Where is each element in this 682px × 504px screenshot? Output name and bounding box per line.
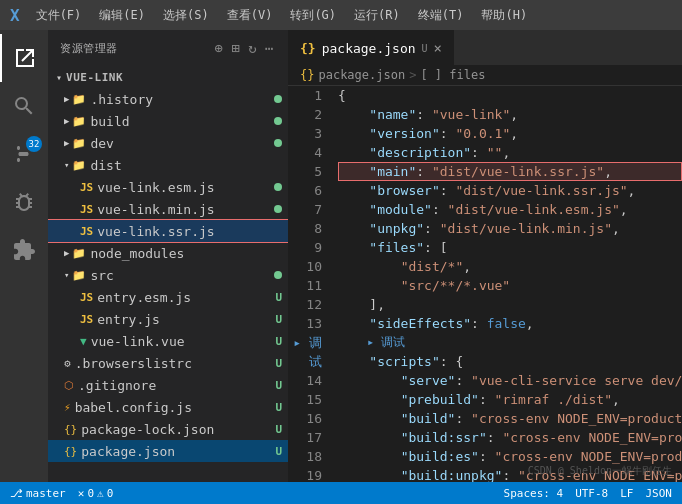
tree-item-vue-link-ssr[interactable]: JS vue-link.ssr.js xyxy=(48,220,288,242)
tree-item-label: build xyxy=(90,114,129,129)
code-line-12: ], xyxy=(338,295,682,314)
new-folder-icon[interactable]: ⊞ xyxy=(229,38,242,58)
line-ending-indicator[interactable]: LF xyxy=(620,487,633,500)
tree-item-package-lock[interactable]: {} package-lock.json U xyxy=(48,418,288,440)
json-icon: {} xyxy=(64,423,77,436)
file-icon: ⚙ xyxy=(64,357,71,370)
breadcrumb: {} package.json > [ ] files xyxy=(288,65,682,86)
folder-arrow: ▶ xyxy=(64,138,69,148)
code-line-1: { xyxy=(338,86,682,105)
tree-item-label: vue-link.min.js xyxy=(97,202,214,217)
tree-item-label: dev xyxy=(90,136,113,151)
status-bar: ⎇ master ✕ 0 ⚠ 0 Spaces: 4 UTF-8 LF JSON xyxy=(0,482,682,504)
untracked-badge: U xyxy=(275,401,282,414)
encoding-indicator[interactable]: UTF-8 xyxy=(575,487,608,500)
git-branch[interactable]: ⎇ master xyxy=(10,487,66,500)
tree-item-package-json[interactable]: {} package.json U xyxy=(48,440,288,462)
folder-icon: 📁 xyxy=(72,269,86,282)
tree-item-label: entry.js xyxy=(97,312,160,327)
modified-dot xyxy=(274,271,282,279)
encoding-label: UTF-8 xyxy=(575,487,608,500)
tree-item-dev[interactable]: ▶ 📁 dev xyxy=(48,132,288,154)
language-label: JSON xyxy=(646,487,673,500)
modified-dot xyxy=(274,139,282,147)
menu-goto[interactable]: 转到(G) xyxy=(282,5,344,26)
vue-icon: ▼ xyxy=(80,335,87,348)
folder-arrow: ▾ xyxy=(64,160,69,170)
activity-explorer[interactable] xyxy=(0,34,48,82)
collapse-icon[interactable]: ⋯ xyxy=(263,38,276,58)
code-line-6: "browser": "dist/vue-link.ssr.js", xyxy=(338,181,682,200)
code-line-3: "version": "0.0.1", xyxy=(338,124,682,143)
folder-icon: 📁 xyxy=(72,159,86,172)
git-icon: ⬡ xyxy=(64,379,74,392)
menu-terminal[interactable]: 终端(T) xyxy=(410,5,472,26)
tree-item-dist[interactable]: ▾ 📁 dist xyxy=(48,154,288,176)
errors-indicator[interactable]: ✕ 0 ⚠ 0 xyxy=(78,487,114,500)
tree-item-vue-link-min[interactable]: JS vue-link.min.js xyxy=(48,198,288,220)
title-bar: X 文件(F) 编辑(E) 选择(S) 查看(V) 转到(G) 运行(R) 终端… xyxy=(0,0,682,30)
root-label: VUE-LINK xyxy=(66,71,123,84)
untracked-badge: U xyxy=(275,423,282,436)
code-line-17: "build": "cross-env NODE_ENV=production … xyxy=(338,409,682,428)
breadcrumb-icon: {} xyxy=(300,68,314,82)
code-editor[interactable]: { "name": "vue-link", "version": "0.0.1"… xyxy=(330,86,682,482)
line-numbers: 1 2 3 4 5 6 7 8 9 10 11 12 13 ▸ 调试 14 15… xyxy=(288,86,330,482)
tree-item-build[interactable]: ▶ 📁 build xyxy=(48,110,288,132)
menu-view[interactable]: 查看(V) xyxy=(219,5,281,26)
tree-item-vue-link-vue[interactable]: ▼ vue-link.vue U xyxy=(48,330,288,352)
modified-dot xyxy=(274,205,282,213)
tree-item-label: vue-link.ssr.js xyxy=(97,224,214,239)
folder-arrow: ▶ xyxy=(64,248,69,258)
tree-item-node-modules[interactable]: ▶ 📁 node_modules xyxy=(48,242,288,264)
activity-extensions[interactable] xyxy=(0,226,48,274)
untracked-badge: U xyxy=(275,335,282,348)
editor-content: 1 2 3 4 5 6 7 8 9 10 11 12 13 ▸ 调试 14 15… xyxy=(288,86,682,482)
tree-item-label: vue-link.vue xyxy=(91,334,185,349)
tree-item-babel-config[interactable]: ⚡ babel.config.js U xyxy=(48,396,288,418)
tree-item-label: .history xyxy=(90,92,153,107)
warning-icon: ⚠ xyxy=(97,487,104,500)
code-line-9: "files": [ xyxy=(338,238,682,257)
breadcrumb-filename[interactable]: package.json xyxy=(318,68,405,82)
file-tree: ▾ VUE-LINK ▶ 📁 .history ▶ 📁 build ▶ 📁 xyxy=(48,66,288,482)
modified-dot xyxy=(274,183,282,191)
tree-root[interactable]: ▾ VUE-LINK xyxy=(48,66,288,88)
activity-scm[interactable]: 32 xyxy=(0,130,48,178)
tree-item-gitignore[interactable]: ⬡ .gitignore U xyxy=(48,374,288,396)
tree-item-history[interactable]: ▶ 📁 .history xyxy=(48,88,288,110)
tree-item-label: package-lock.json xyxy=(81,422,214,437)
code-line-15: "serve": "vue-cli-service serve dev/serv… xyxy=(338,371,682,390)
tree-item-label: .gitignore xyxy=(78,378,156,393)
menu-run[interactable]: 运行(R) xyxy=(346,5,408,26)
code-line-4: "description": "", xyxy=(338,143,682,162)
new-file-icon[interactable]: ⊕ xyxy=(212,38,225,58)
breadcrumb-section[interactable]: [ ] files xyxy=(420,68,485,82)
tree-item-browserslistrc[interactable]: ⚙ .browserslistrc U xyxy=(48,352,288,374)
main-layout: 32 资源管理器 ⊕ ⊞ ↻ ⋯ ▾ VUE-LINK xyxy=(0,30,682,482)
menu-select[interactable]: 选择(S) xyxy=(155,5,217,26)
spaces-indicator[interactable]: Spaces: 4 xyxy=(504,487,564,500)
code-line-8: "unpkg": "dist/vue-link.min.js", xyxy=(338,219,682,238)
tab-close-button[interactable]: × xyxy=(434,40,442,56)
refresh-icon[interactable]: ↻ xyxy=(246,38,259,58)
untracked-badge: U xyxy=(275,291,282,304)
activity-search[interactable] xyxy=(0,82,48,130)
sidebar-header: 资源管理器 ⊕ ⊞ ↻ ⋯ xyxy=(48,30,288,66)
tree-item-label: package.json xyxy=(81,444,175,459)
json-icon: {} xyxy=(64,445,77,458)
tree-item-entry-esm[interactable]: JS entry.esm.js U xyxy=(48,286,288,308)
language-indicator[interactable]: JSON xyxy=(646,487,673,500)
menu-edit[interactable]: 编辑(E) xyxy=(91,5,153,26)
tree-item-src[interactable]: ▾ 📁 src xyxy=(48,264,288,286)
tree-item-vue-link-esm[interactable]: JS vue-link.esm.js xyxy=(48,176,288,198)
activity-debug[interactable] xyxy=(0,178,48,226)
branch-label: master xyxy=(26,487,66,500)
menu-file[interactable]: 文件(F) xyxy=(28,5,90,26)
tree-item-label: node_modules xyxy=(90,246,184,261)
menu-help[interactable]: 帮助(H) xyxy=(473,5,535,26)
root-arrow: ▾ xyxy=(56,72,62,83)
babel-icon: ⚡ xyxy=(64,401,71,414)
tree-item-entry-js[interactable]: JS entry.js U xyxy=(48,308,288,330)
tab-package-json[interactable]: {} package.json U × xyxy=(288,30,454,65)
